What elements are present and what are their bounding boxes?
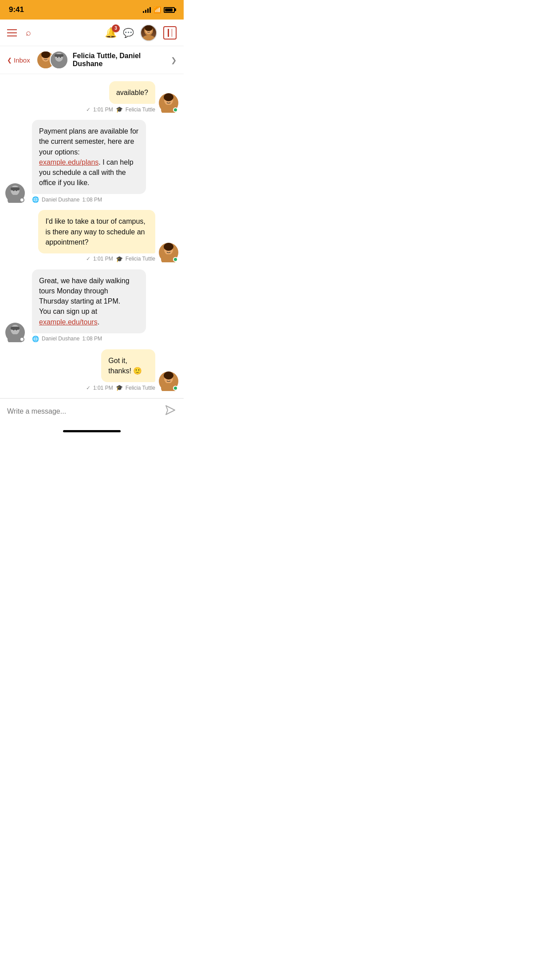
msg-col-incoming-4: Great, we have daily walking tours Monda… — [28, 269, 178, 342]
message-row: I'd like to take a tour of campus, is th… — [5, 210, 178, 262]
nav-right: 🔔 3 💬 — [105, 24, 177, 41]
msg-sender: Felicia Tuttle — [126, 107, 155, 113]
sender-icon: 🎓 — [116, 106, 123, 113]
message-row: available? ✓ 1:01 PM 🎓 Felicia Tuttle — [5, 81, 178, 113]
signal-icon — [143, 7, 151, 13]
globe-icon: 🌐 — [32, 196, 39, 203]
message-bubble: available? — [109, 81, 155, 104]
conv-avatar-male — [50, 51, 68, 69]
bell-badge: 3 — [112, 24, 120, 32]
message-text: Got it, thanks! 🙂 — [108, 357, 142, 375]
message-bubble: Got it, thanks! 🙂 — [101, 349, 155, 382]
msg-sender: Felicia Tuttle — [126, 385, 155, 391]
send-button[interactable] — [164, 404, 177, 419]
inbox-label: Inbox — [14, 56, 30, 64]
conv-avatars — [36, 51, 68, 69]
svg-point-15 — [59, 57, 61, 58]
read-check-icon: ✓ — [86, 107, 91, 113]
message-bubble: I'd like to take a tour of campus, is th… — [38, 210, 155, 253]
msg-meta: ✓ 1:01 PM 🎓 Felicia Tuttle — [86, 384, 155, 391]
chevron-left-icon: ❮ — [7, 57, 12, 63]
svg-point-5 — [145, 25, 153, 31]
svg-rect-40 — [11, 327, 20, 330]
message-input[interactable] — [7, 407, 159, 415]
inbox-back-button[interactable]: ❮ Inbox — [7, 56, 30, 64]
svg-point-46 — [164, 371, 173, 379]
top-nav: ⌕ 🔔 3 💬 — [0, 20, 184, 46]
hamburger-icon[interactable] — [7, 29, 17, 36]
battery-icon — [164, 7, 175, 13]
message-input-bar — [0, 398, 184, 424]
avatar-outgoing-3 — [159, 243, 178, 262]
bell-wrapper[interactable]: 🔔 3 — [105, 27, 117, 39]
read-check-icon: ✓ — [86, 385, 91, 391]
msg-sender: Felicia Tuttle — [126, 256, 155, 262]
conv-title: Felicia Tuttle, Daniel Dushane — [73, 52, 166, 68]
avatar-incoming-2 — [5, 183, 25, 203]
msg-time: 1:01 PM — [93, 385, 113, 391]
nav-left: ⌕ — [7, 28, 31, 38]
msg-col-outgoing-1: available? ✓ 1:01 PM 🎓 Felicia Tuttle — [86, 81, 155, 113]
msg-meta: 🌐 Daniel Dushane 1:08 PM — [32, 196, 102, 203]
read-check-icon: ✓ — [86, 256, 91, 262]
svg-point-34 — [164, 243, 173, 251]
message-text: Great, we have daily walking tours Monda… — [39, 277, 130, 326]
offline-indicator — [20, 337, 24, 342]
svg-point-17 — [52, 62, 66, 69]
msg-col-outgoing-3: I'd like to take a tour of campus, is th… — [5, 210, 155, 262]
chat-icon[interactable]: 💬 — [123, 28, 134, 38]
msg-time: 1:08 PM — [82, 336, 102, 342]
msg-meta: ✓ 1:01 PM 🎓 Felicia Tuttle — [86, 106, 155, 113]
message-text: available? — [116, 89, 148, 96]
sidebar-toggle[interactable] — [163, 26, 177, 40]
svg-point-14 — [57, 57, 58, 58]
message-row: Great, we have daily walking tours Monda… — [5, 269, 178, 342]
msg-meta: ✓ 1:01 PM 🎓 Felicia Tuttle — [86, 256, 155, 262]
svg-rect-16 — [55, 54, 63, 57]
avatar-outgoing-1 — [159, 93, 178, 113]
avatar-incoming-4 — [5, 323, 25, 342]
svg-point-10 — [41, 51, 50, 58]
svg-point-22 — [164, 93, 173, 101]
message-bubble: Payment plans are available for the curr… — [32, 120, 146, 194]
status-icons: 📶 — [143, 6, 175, 13]
msg-time: 1:01 PM — [93, 107, 113, 113]
svg-marker-48 — [166, 406, 175, 415]
svg-point-1 — [142, 35, 155, 41]
message-row: Got it, thanks! 🙂 ✓ 1:01 PM 🎓 Felicia Tu… — [5, 349, 178, 391]
home-indicator — [0, 424, 184, 438]
status-time: 9:41 — [9, 5, 24, 14]
tours-link[interactable]: example.edu/tours — [39, 318, 98, 326]
online-indicator — [173, 257, 178, 262]
search-icon[interactable]: ⌕ — [26, 28, 31, 38]
status-bar: 9:41 📶 — [0, 0, 184, 20]
msg-col-incoming-2: Payment plans are available for the curr… — [28, 120, 178, 203]
avatar-nav[interactable] — [140, 24, 157, 41]
wifi-icon: 📶 — [153, 6, 161, 13]
msg-meta: 🌐 Daniel Dushane 1:08 PM — [32, 336, 102, 342]
msg-sender: Daniel Dushane — [42, 336, 79, 342]
msg-time: 1:08 PM — [82, 197, 102, 203]
message-text: Payment plans are available for the curr… — [39, 127, 138, 186]
msg-sender: Daniel Dushane — [42, 197, 79, 203]
message-row: Payment plans are available for the curr… — [5, 120, 178, 203]
messages-area: available? ✓ 1:01 PM 🎓 Felicia Tuttle — [0, 74, 184, 398]
message-text: I'd like to take a tour of campus, is th… — [45, 217, 145, 245]
message-bubble: Great, we have daily walking tours Monda… — [32, 269, 146, 333]
avatar-outgoing-5 — [159, 371, 178, 391]
sender-icon: 🎓 — [116, 384, 123, 391]
msg-time: 1:01 PM — [93, 256, 113, 262]
sender-icon: 🎓 — [116, 256, 123, 262]
conv-chevron-right-icon[interactable]: ❯ — [171, 56, 177, 64]
svg-rect-28 — [11, 187, 20, 190]
msg-col-outgoing-5: Got it, thanks! 🙂 ✓ 1:01 PM 🎓 Felicia Tu… — [86, 349, 155, 391]
conv-header: ❮ Inbox Fe — [0, 46, 184, 74]
plans-link[interactable]: example.edu/plans — [39, 158, 98, 166]
globe-icon: 🌐 — [32, 336, 39, 342]
home-bar — [63, 430, 121, 432]
